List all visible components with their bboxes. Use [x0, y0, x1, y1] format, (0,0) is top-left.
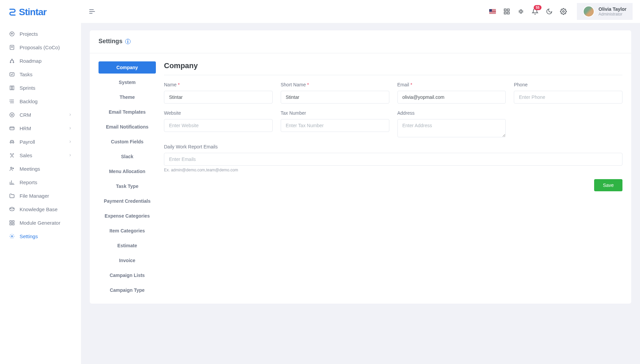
tax-number-input[interactable]: [281, 119, 389, 132]
website-label: Website: [164, 110, 273, 116]
sidebar-item-backlog[interactable]: Backlog: [4, 94, 77, 108]
svg-point-17: [10, 141, 11, 143]
report-emails-hint: Ex. admin@demo.com,team@demo.com: [164, 168, 622, 172]
settings-tabs: CompanySystemThemeEmail TemplatesEmail N…: [99, 61, 156, 296]
sidebar-item-label: Proposals (CoCo): [20, 45, 60, 50]
tab-expense-categories[interactable]: Expense Categories: [99, 210, 156, 222]
sidebar-item-file-manager[interactable]: File Manager: [4, 189, 77, 202]
form-area: Company Name * Short Name * E: [164, 61, 622, 296]
svg-rect-26: [12, 221, 14, 222]
email-input[interactable]: [397, 91, 506, 104]
sidebar-item-label: Payroll: [20, 139, 35, 145]
divider: [90, 53, 631, 53]
tab-estimate[interactable]: Estimate: [99, 240, 156, 252]
svg-point-14: [10, 113, 14, 117]
tab-payment-credentials[interactable]: Payment Credentials: [99, 195, 156, 207]
report-emails-input[interactable]: [164, 153, 622, 166]
svg-rect-33: [504, 9, 506, 11]
sidebar-item-label: Backlog: [20, 99, 37, 104]
address-label: Address: [397, 110, 506, 116]
sidebar-item-label: Knowledge Base: [20, 206, 58, 212]
sidebar-item-label: CRM: [20, 112, 31, 118]
short-name-label: Short Name *: [281, 82, 389, 87]
brand-logo[interactable]: Stintar: [0, 7, 81, 24]
svg-point-13: [11, 114, 12, 115]
tab-system[interactable]: System: [99, 76, 156, 88]
svg-point-4: [10, 62, 11, 63]
sales-icon: [9, 152, 15, 158]
sidebar-item-crm[interactable]: CRM: [4, 108, 77, 121]
sidebar-item-label: Sprints: [20, 85, 35, 91]
sidebar-item-label: Sales: [20, 152, 32, 158]
menu-toggle[interactable]: [88, 8, 96, 15]
tab-campaign-type[interactable]: Campaign Type: [99, 284, 156, 296]
short-name-input[interactable]: [281, 91, 389, 104]
chevron-right-icon: [68, 153, 72, 157]
name-input[interactable]: [164, 91, 273, 104]
meetings-icon: [9, 166, 15, 172]
svg-point-37: [563, 11, 564, 12]
tab-slack[interactable]: Slack: [99, 150, 156, 163]
sidebar-item-meetings[interactable]: Meetings: [4, 162, 77, 175]
sidebar-item-hrm[interactable]: HRM: [4, 121, 77, 135]
brand-text: Stintar: [19, 7, 47, 18]
settings-panel: Settings i CompanySystemThemeEmail Templ…: [90, 30, 631, 304]
user-menu[interactable]: Olivia Taylor Administrator: [577, 3, 633, 20]
logo-icon: [8, 8, 17, 17]
svg-point-20: [12, 168, 13, 169]
tax-number-label: Tax Number: [281, 110, 389, 116]
topbar: 55 Olivia Taylor Administrator: [81, 0, 640, 23]
sidebar-item-label: HRM: [20, 125, 31, 131]
tab-theme[interactable]: Theme: [99, 91, 156, 103]
tab-email-notifications[interactable]: Email Notifications: [99, 121, 156, 133]
tab-company[interactable]: Company: [99, 61, 156, 74]
tab-item-categories[interactable]: Item Categories: [99, 225, 156, 237]
report-emails-label: Daily Work Report Emails: [164, 144, 622, 149]
sidebar-item-knowledge-base[interactable]: Knowledge Base: [4, 202, 77, 216]
page-title: Settings i: [99, 38, 622, 45]
apps-grid-button[interactable]: [503, 8, 510, 15]
svg-rect-8: [10, 86, 11, 89]
settings-gear-button[interactable]: [560, 8, 567, 15]
theme-toggle[interactable]: [546, 8, 553, 15]
tab-custom-fields[interactable]: Custom Fields: [99, 136, 156, 148]
save-button[interactable]: Save: [594, 179, 622, 191]
notification-badge: 55: [534, 5, 541, 10]
tab-campaign-lists[interactable]: Campaign Lists: [99, 269, 156, 281]
sidebar-item-sales[interactable]: Sales: [4, 148, 77, 162]
info-icon[interactable]: i: [125, 39, 131, 44]
form-heading: Company: [164, 61, 622, 75]
notifications-button[interactable]: 55: [532, 8, 538, 15]
sidebar-item-sprints[interactable]: Sprints: [4, 81, 77, 94]
user-name: Olivia Taylor: [599, 6, 627, 12]
sidebar-item-roadmap[interactable]: Roadmap: [4, 54, 77, 67]
sidebar-item-module-generator[interactable]: Module Generator: [4, 216, 77, 229]
avatar: [583, 6, 594, 17]
phone-input[interactable]: [514, 91, 622, 104]
svg-rect-28: [12, 223, 14, 225]
sidebar-item-projects[interactable]: Projects: [4, 27, 77, 40]
name-label: Name *: [164, 82, 273, 87]
module-icon: [9, 220, 15, 226]
backlog-icon: [9, 98, 15, 104]
address-input[interactable]: [397, 119, 506, 137]
sidebar-item-proposals-coco-[interactable]: Proposals (CoCo): [4, 40, 77, 54]
projects-icon: [9, 31, 15, 37]
minimize-icon: [518, 8, 524, 15]
website-input[interactable]: [164, 119, 273, 132]
payroll-icon: [9, 139, 15, 145]
roadmap-icon: [9, 58, 15, 64]
sidebar-item-tasks[interactable]: Tasks: [4, 67, 77, 81]
sidebar-item-settings[interactable]: Settings: [4, 229, 77, 243]
sidebar-item-reports[interactable]: Reports: [4, 175, 77, 189]
tab-email-templates[interactable]: Email Templates: [99, 106, 156, 118]
language-selector[interactable]: [489, 9, 496, 14]
sidebar-item-payroll[interactable]: Payroll: [4, 135, 77, 148]
tab-invoice[interactable]: Invoice: [99, 254, 156, 267]
chevron-right-icon: [68, 140, 72, 144]
svg-rect-27: [10, 223, 11, 225]
tab-menu-allocation[interactable]: Menu Allocation: [99, 165, 156, 177]
fullscreen-toggle[interactable]: [518, 8, 524, 15]
sidebar: Stintar ProjectsProposals (CoCo)RoadmapT…: [0, 0, 81, 364]
tab-task-type[interactable]: Task Type: [99, 180, 156, 192]
